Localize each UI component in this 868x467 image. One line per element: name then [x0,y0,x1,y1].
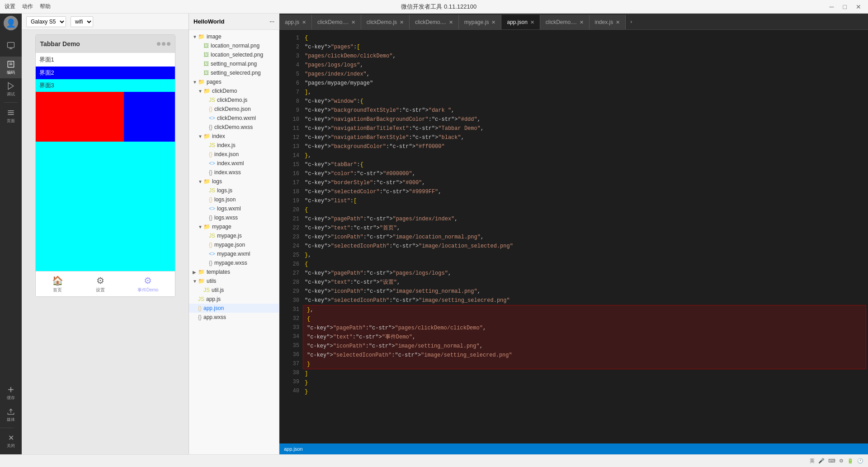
js-icon: JS [209,97,215,103]
file-mypage-js[interactable]: JS mypage.js [189,231,279,240]
tab-close-icon[interactable]: ✕ [302,19,306,25]
folder-templates[interactable]: ▶ 📁 templates [189,267,279,276]
phone-content: 界面1 界面2 界面3 [36,53,175,271]
json-icon: {} [209,106,212,112]
tab-close-icon[interactable]: ✕ [616,19,620,25]
phone-header: Tabbar Demo [36,35,175,53]
js-icon: JS [203,287,210,293]
file-logs-wxml[interactable]: <> logs.wxml [189,204,279,213]
folder-utils[interactable]: ▼ 📁 utils [189,276,279,286]
code-area[interactable]: { "c-key">"pages":[ "pages/clickDemo/cli… [301,30,868,443]
screen-item3: 界面3 [36,79,175,92]
add-sidebar-icon[interactable]: 缓存 [0,382,22,404]
device-select[interactable]: Galaxy S5 [26,16,66,27]
wxml-icon: <> [209,115,215,121]
menu-help[interactable]: 帮助 [40,3,51,10]
tab-event-demo[interactable]: ⚙ 事件Demo [134,273,162,295]
file-setting-selected[interactable]: 🖼 setting_selecred.png [189,68,279,77]
file-clickdemo-wxss[interactable]: {} clickDemo.wxss [189,123,279,132]
tab-label: clickDemo.... [317,19,349,25]
debug-sidebar-icon[interactable]: 调试 [0,78,22,100]
code-line-8: "c-key">"window": { [301,97,868,106]
tab-home[interactable]: 🏠 首页 [48,273,67,295]
menu-sidebar-icon[interactable]: 页面 [0,105,22,127]
file-mypage-json[interactable]: {} mypage.json [189,240,279,249]
tab-label: clickDemo.... [546,19,577,25]
file-label: app.wxss [203,314,226,320]
file-mypage-wxml[interactable]: <> mypage.wxml [189,249,279,258]
tab-label: clickDemo.... [415,19,446,25]
file-setting-normal[interactable]: 🖼 setting_normal.png [189,59,279,68]
user-avatar[interactable]: 👤 [4,16,18,30]
page-label: 页面 [7,118,15,124]
folder-icon: 📁 [203,178,210,185]
file-logs-js[interactable]: JS logs.js [189,186,279,195]
file-clickdemo-js[interactable]: JS clickDemo.js [189,95,279,105]
file-app-js[interactable]: JS app.js [189,295,279,304]
tab-mypage-js[interactable]: mypage.js ✕ [459,15,502,29]
folder-image[interactable]: ▼ 📁 image [189,32,279,41]
tab-clickdemo3[interactable]: clickDemo.... ✕ [540,15,590,29]
menu-settings[interactable]: 设置 [5,3,15,10]
editor-label: 编码 [7,70,15,76]
simulator-sidebar-icon[interactable] [0,35,22,57]
tab-close-icon[interactable]: ✕ [351,19,355,25]
file-index-json[interactable]: {} index.json [189,150,279,159]
code-line-13: "c-key">"backgroundColor": "c-str">"#ff0… [301,142,868,151]
file-more-icon[interactable]: ··· [269,18,274,25]
json-icon: {} [209,151,212,157]
file-index-wxml[interactable]: <> index.wxml [189,159,279,168]
json-icon: {} [209,196,212,203]
close-sidebar-icon[interactable]: ✕ 关闭 [0,430,22,452]
file-logs-wxss[interactable]: {} logs.wxss [189,213,279,222]
file-app-wxss[interactable]: {} app.wxss [189,313,279,322]
file-index-wxss[interactable]: {} index.wxss [189,168,279,177]
tab-close-icon[interactable]: ✕ [449,19,453,25]
folder-logs[interactable]: ▼ 📁 logs [189,177,279,186]
tab-close-icon[interactable]: ✕ [580,19,584,25]
file-app-json[interactable]: {} app.json [189,304,279,313]
file-mypage-wxss[interactable]: {} mypage.wxss [189,258,279,267]
phone-dots [157,42,170,46]
tab-index-js[interactable]: index.js ✕ [590,15,626,29]
file-index-js[interactable]: JS index.js [189,141,279,150]
event-icon: ⚙ [144,275,152,286]
tab-close-icon[interactable]: ✕ [530,19,534,25]
folder-mypage[interactable]: ▼ 📁 mypage [189,222,279,231]
editor-tabs: app.js ✕ clickDemo.... ✕ clickDemo.js ✕ … [279,14,868,30]
minimize-button[interactable]: ─ [827,3,836,10]
network-select[interactable]: wifi [71,16,93,27]
code-line-33: "c-key">"pagePath": "c-str">"pages/click… [303,324,866,333]
tab-settings-label: 设置 [96,287,105,293]
left-sidebar: 👤 编码 调试 页面 缓存 [0,14,22,454]
tab-close-icon[interactable]: ✕ [491,19,495,25]
code-line-15: "c-key">"tabBar": { [301,160,868,169]
file-label: logs.wxss [214,214,238,221]
tab-close-icon[interactable]: ✕ [400,19,404,25]
folder-clickdemo[interactable]: ▼ 📁 clickDemo [189,86,279,95]
tab-clickdemo2[interactable]: clickDemo.... ✕ [410,15,459,29]
maximize-button[interactable]: □ [841,3,849,10]
svg-rect-0 [8,43,14,48]
file-util-js[interactable]: JS util.js [189,286,279,295]
file-clickdemo-json[interactable]: {} clickDemo.json [189,105,279,114]
tab-clickdemo1[interactable]: clickDemo.... ✕ [312,15,361,29]
file-label: clickDemo.wxml [217,115,256,121]
tabs-more-icon[interactable]: › [626,19,637,25]
tab-clickdemo-js[interactable]: clickDemo.js ✕ [361,15,410,29]
file-location-selected[interactable]: 🖼 location_selected.png [189,50,279,59]
tab-app-js[interactable]: app.js ✕ [279,15,312,29]
file-location-normal[interactable]: 🖼 location_normal.png [189,41,279,50]
upload-sidebar-icon[interactable]: 媒体 [0,404,22,425]
file-clickdemo-wxml[interactable]: <> clickDemo.wxml [189,114,279,123]
phone-title: Tabbar Demo [40,40,80,48]
folder-pages[interactable]: ▼ 📁 pages [189,77,279,86]
close-button[interactable]: ✕ [854,3,863,10]
menu-actions[interactable]: 动作 [22,3,33,10]
tab-settings[interactable]: ⚙ 设置 [92,273,108,295]
tab-app-json[interactable]: app.json ✕ [501,15,540,29]
folder-index[interactable]: ▼ 📁 index [189,132,279,141]
file-logs-json[interactable]: {} logs.json [189,195,279,204]
editor-sidebar-icon[interactable]: 编码 [0,57,22,78]
png-icon: 🖼 [203,70,209,76]
